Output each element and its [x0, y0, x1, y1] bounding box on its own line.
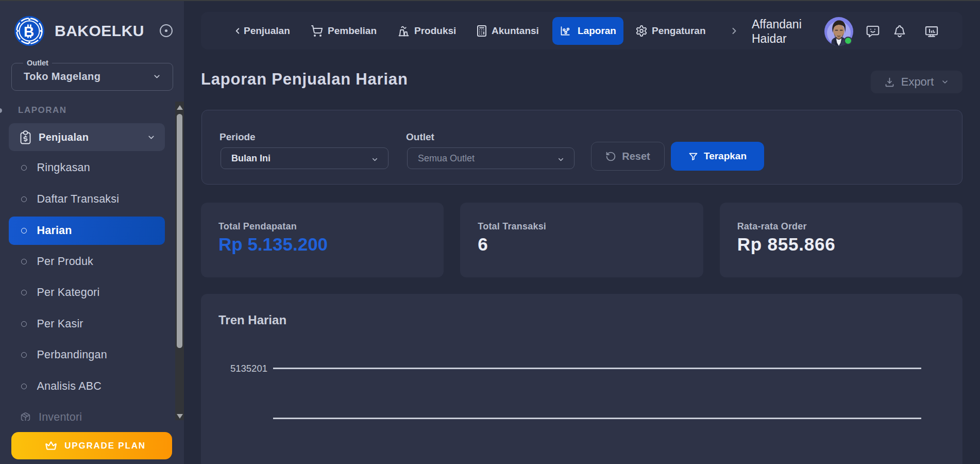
svg-text:B: B	[24, 24, 34, 40]
